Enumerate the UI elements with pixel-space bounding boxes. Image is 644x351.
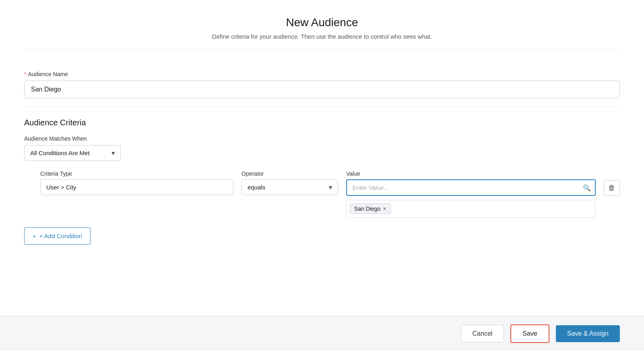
- match-condition-select[interactable]: All Conditions Are Met Any Conditions Ar…: [24, 145, 121, 161]
- criteria-section-title: Audience Criteria: [24, 118, 620, 127]
- operator-select[interactable]: equals not equals contains does not cont…: [242, 179, 338, 195]
- main-content: New Audience Define criteria for your au…: [0, 0, 644, 316]
- tag-remove-button[interactable]: ×: [383, 206, 386, 212]
- delete-condition-button[interactable]: 🗑: [604, 180, 620, 196]
- save-button[interactable]: Save: [510, 324, 549, 343]
- operator-wrapper: equals not equals contains does not cont…: [242, 179, 338, 195]
- operator-label: Operator: [242, 170, 338, 177]
- add-condition-button[interactable]: + + Add Condition: [24, 227, 91, 245]
- footer: Cancel Save Save & Assign: [0, 316, 644, 351]
- search-icon: 🔍: [583, 184, 591, 191]
- audience-name-label: * Audience Name: [24, 71, 620, 77]
- audience-name-section: * Audience Name: [24, 63, 620, 107]
- page-header: New Audience Define criteria for your au…: [24, 16, 620, 50]
- page-subtitle: Define criteria for your audience. Then …: [24, 33, 620, 40]
- page-title: New Audience: [24, 16, 620, 29]
- criteria-type-col: Criteria Type: [40, 170, 233, 195]
- criteria-type-input[interactable]: [40, 179, 233, 195]
- operator-col: Operator equals not equals contains does…: [242, 170, 338, 195]
- tag-san-diego: San Diego ×: [350, 204, 391, 214]
- match-when-label: Audience Matches When: [24, 135, 620, 142]
- value-input-wrapper: 🔍: [346, 179, 596, 196]
- criteria-type-label: Criteria Type: [40, 170, 233, 177]
- value-search-button[interactable]: 🔍: [582, 183, 592, 192]
- save-assign-button[interactable]: Save & Assign: [556, 325, 620, 342]
- audience-criteria-section: Audience Criteria Audience Matches When …: [24, 118, 620, 245]
- value-col: Value 🔍 San Diego ×: [346, 170, 596, 218]
- value-input[interactable]: [346, 179, 596, 196]
- audience-name-input[interactable]: [24, 81, 620, 98]
- add-condition-label: + Add Condition: [39, 233, 82, 239]
- plus-icon: +: [33, 233, 36, 239]
- trash-icon: 🗑: [608, 184, 615, 192]
- required-star: *: [24, 71, 26, 77]
- tag-label: San Diego: [354, 206, 380, 212]
- match-select-wrapper: All Conditions Are Met Any Conditions Ar…: [24, 145, 121, 161]
- criteria-row: Criteria Type Operator equals not equals…: [40, 170, 620, 218]
- value-label: Value: [346, 170, 596, 177]
- value-tags-container: San Diego ×: [346, 200, 596, 218]
- cancel-button[interactable]: Cancel: [461, 325, 504, 343]
